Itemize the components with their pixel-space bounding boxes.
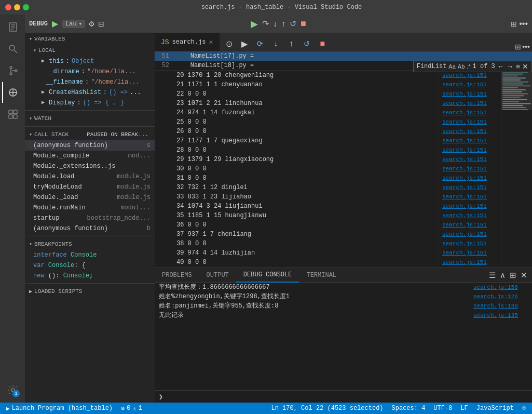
- file-ref[interactable]: search.js:151: [439, 220, 501, 230]
- run-code[interactable]: ▶: [237, 36, 252, 51]
- layout-toggle[interactable]: ⊞: [511, 20, 517, 28]
- step-into-button[interactable]: ↓: [271, 18, 279, 30]
- status-encoding[interactable]: UTF-8: [431, 405, 454, 412]
- callstack-item-1[interactable]: Module._compile mod...: [25, 151, 155, 161]
- variables-header[interactable]: ▾ VARIABLES: [25, 33, 155, 45]
- file-ref[interactable]: search.js:151: [439, 155, 501, 164]
- close-button[interactable]: [5, 4, 11, 10]
- tab-terminal[interactable]: TERMINAL: [299, 268, 344, 283]
- find-whole-word[interactable]: Ab: [458, 63, 465, 70]
- panel-close[interactable]: ✕: [519, 270, 529, 281]
- breakpoint-1[interactable]: var Console: {: [25, 260, 155, 271]
- output-ref[interactable]: search.js:156: [470, 283, 532, 292]
- tab-debug-console[interactable]: DEBUG CONSOLE: [236, 268, 299, 283]
- status-line-ending[interactable]: LF: [458, 405, 470, 412]
- find-all[interactable]: ≡: [516, 62, 520, 71]
- step-out-button[interactable]: ↑: [280, 18, 287, 30]
- activity-settings[interactable]: 1: [2, 380, 23, 400]
- file-ref[interactable]: search.js:151: [439, 183, 501, 192]
- find-prev[interactable]: ←: [497, 62, 504, 71]
- restart-button[interactable]: ↺: [288, 17, 298, 30]
- callstack-header[interactable]: ▾ CALL STACK PAUSED ON BREAK...: [25, 129, 155, 140]
- layout-button[interactable]: ⊞: [515, 43, 521, 51]
- callstack-item-6[interactable]: Module.runMain modul...: [25, 203, 155, 213]
- activity-debug[interactable]: [2, 82, 23, 103]
- file-ref[interactable]: search.js:151: [439, 192, 501, 202]
- file-ref[interactable]: search.js:151: [439, 99, 501, 108]
- tab-problems[interactable]: PROBLEMS: [155, 268, 199, 283]
- refresh[interactable]: ⟳: [253, 36, 267, 51]
- file-ref[interactable]: search.js:151: [439, 202, 501, 211]
- status-spaces[interactable]: Spaces: 4: [390, 405, 428, 412]
- file-ref[interactable]: search.js:151: [439, 248, 501, 258]
- debug-editor-split[interactable]: ⊟: [98, 20, 104, 28]
- callstack-item-5[interactable]: Module._load module.js: [25, 192, 155, 203]
- debug-continue-button[interactable]: ▶: [51, 18, 59, 30]
- file-ref[interactable]: search.js:151: [439, 145, 501, 155]
- file-ref[interactable]: search.js:151: [439, 136, 501, 145]
- split-editor[interactable]: ⊙: [222, 36, 236, 51]
- step-up[interactable]: ↑: [284, 36, 298, 51]
- activity-extensions[interactable]: [2, 104, 23, 125]
- panel-prompt[interactable]: ❯: [155, 390, 532, 403]
- file-ref[interactable]: search.js:151: [439, 117, 501, 127]
- file-ref[interactable]: search.js:151: [439, 164, 501, 173]
- config-dropdown[interactable]: ▾: [79, 21, 82, 27]
- debug-output[interactable]: 平均查找长度：1.8666666666666667姓名%zhengyongbin…: [155, 283, 470, 390]
- watch-header[interactable]: ▾ WATCH: [25, 113, 155, 124]
- tab-search-js[interactable]: JS search.js ✕: [155, 33, 220, 51]
- file-ref[interactable]: search.js:151: [439, 173, 501, 183]
- activity-search[interactable]: [2, 38, 23, 59]
- find-close[interactable]: ✕: [522, 62, 528, 71]
- stop-button[interactable]: ■: [299, 17, 308, 31]
- tab-output[interactable]: OUTPUT: [199, 268, 236, 283]
- debug-settings-button[interactable]: ⚙: [88, 20, 95, 28]
- var-display[interactable]: ▶ Display : () => { … }: [33, 98, 155, 108]
- output-ref[interactable]: search.js:126: [470, 292, 532, 301]
- debug-config[interactable]: Lau ▾: [62, 20, 85, 28]
- callstack-item-8[interactable]: (anonymous function) b: [25, 223, 155, 234]
- output-ref[interactable]: search.js:135: [470, 311, 532, 320]
- local-header[interactable]: ▾ Local: [33, 45, 155, 56]
- stop-debug[interactable]: ■: [315, 36, 330, 51]
- status-smiley[interactable]: ☺: [520, 405, 528, 412]
- maximize-button[interactable]: [23, 4, 29, 10]
- step-down[interactable]: ↓: [268, 36, 283, 51]
- var-this[interactable]: ▶ this : Object: [33, 56, 155, 66]
- restart-debug[interactable]: ↺: [299, 36, 314, 51]
- breakpoints-header[interactable]: ▾ BREAKPOINTS: [25, 238, 155, 250]
- status-language[interactable]: JavaScript: [474, 405, 516, 412]
- callstack-item-3[interactable]: Module.load module.js: [25, 171, 155, 182]
- callstack-item-4[interactable]: tryModuleLoad module.js: [25, 182, 155, 192]
- file-ref[interactable]: search.js:151: [439, 211, 501, 220]
- find-next[interactable]: →: [507, 62, 514, 71]
- file-ref[interactable]: search.js:151: [439, 239, 501, 248]
- status-debug[interactable]: ▶ Launch Program (hash_table): [4, 405, 115, 412]
- more-actions[interactable]: •••: [519, 19, 528, 29]
- activity-scm[interactable]: [2, 60, 23, 81]
- code-scroll[interactable]: 20 1370 1 20 chengwenliang21 1171 1 1 ch…: [155, 71, 439, 268]
- var-filename[interactable]: __filename : "/home/lia...: [33, 77, 155, 87]
- breakpoint-0[interactable]: interface Console: [25, 250, 155, 260]
- minimize-button[interactable]: [14, 4, 20, 10]
- loaded-scripts-header[interactable]: ▶ LOADED SCRIPTS: [25, 286, 155, 297]
- continue-button[interactable]: ▶: [249, 17, 260, 31]
- activity-explorer[interactable]: [2, 17, 23, 37]
- panel-chevron-up[interactable]: ∧: [498, 270, 507, 281]
- find-match-case[interactable]: Aa: [448, 63, 455, 70]
- breakpoint-2[interactable]: new (): Console;: [25, 271, 155, 281]
- output-ref[interactable]: search.js:139: [470, 301, 532, 311]
- file-ref[interactable]: search.js:151: [439, 127, 501, 136]
- panel-filter[interactable]: ☰: [487, 270, 497, 281]
- more-button[interactable]: •••: [522, 43, 530, 51]
- step-over-button[interactable]: ↷: [261, 17, 270, 30]
- callstack-item-0[interactable]: (anonymous function) s: [25, 140, 155, 151]
- status-errors[interactable]: ⊗ 0 ⚠ 1: [119, 405, 144, 412]
- status-position[interactable]: Ln 170, Col 22 (4523 selected): [269, 405, 386, 412]
- callstack-item-7[interactable]: startup bootstrap_node...: [25, 213, 155, 223]
- panel-layout[interactable]: ⊞: [508, 270, 518, 281]
- file-ref[interactable]: search.js:151: [439, 89, 501, 99]
- file-ref[interactable]: search.js:151: [439, 258, 501, 267]
- file-ref[interactable]: search.js:151: [439, 80, 501, 89]
- tab-close-search[interactable]: ✕: [209, 38, 213, 46]
